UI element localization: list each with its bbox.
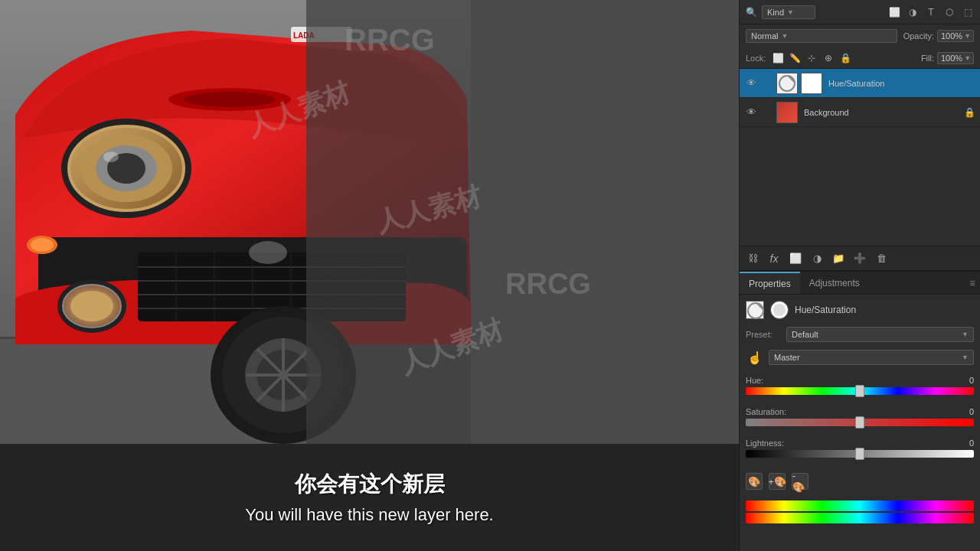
fill-label: Fill:: [921, 54, 934, 63]
subtitle-area: 你会有这个新层 You will have this new layer her…: [0, 444, 739, 551]
lock-all-icon[interactable]: 🔒: [839, 52, 851, 64]
hue-slider-thumb[interactable]: [855, 385, 864, 397]
lightness-slider-thumb[interactable]: [855, 448, 864, 460]
opacity-label: Opacity:: [903, 31, 934, 41]
layer-name-1: Background: [801, 108, 961, 117]
chain-icon-0: [761, 77, 773, 90]
lightness-slider-track[interactable]: [746, 450, 974, 461]
prop-header: Hue/Saturation: [746, 301, 974, 319]
kind-bar: 🔍 Kind ▼ ⬜ ◑ T ⬡ ⬚: [740, 0, 980, 24]
lock-move-icon[interactable]: ⊕: [822, 52, 835, 64]
chain-icon-1: [761, 106, 773, 119]
opacity-value-text: 100%: [941, 31, 962, 41]
layer-item-background[interactable]: 👁 Background 🔒: [740, 98, 980, 127]
svg-point-18: [31, 238, 54, 252]
pixel-layer-icon[interactable]: ⬜: [888, 6, 900, 18]
sat-slider-header: Saturation: 0: [746, 407, 974, 416]
adjustment-layer-icon[interactable]: ◑: [906, 6, 919, 18]
lightness-slider-row: Lightness: 0: [746, 439, 974, 461]
group-layers-icon[interactable]: 📁: [831, 252, 845, 266]
blend-mode-dropdown[interactable]: Normal ▼: [746, 29, 897, 43]
layer-effects-icon[interactable]: fx: [767, 252, 781, 266]
lightness-label: Lightness:: [746, 439, 784, 448]
color-picker-tool-icon[interactable]: 🎨: [746, 473, 763, 490]
saturation-slider-track[interactable]: [746, 419, 974, 429]
kind-chevron: ▼: [787, 8, 794, 16]
svg-point-5: [184, 92, 276, 107]
opacity-group: Opacity: 100% ▼: [903, 30, 974, 42]
lock-icons: ⬜ ✏️ ⊹ ⊕ 🔒: [772, 52, 851, 64]
hue-slider-track[interactable]: [746, 387, 974, 398]
subtitle-chinese: 你会有这个新层: [295, 470, 445, 499]
lock-artboards-icon[interactable]: ⊹: [805, 52, 818, 64]
remove-color-tool-icon[interactable]: -🎨: [792, 473, 808, 490]
preset-chevron: ▼: [962, 331, 969, 338]
svg-point-44: [773, 304, 786, 316]
adjustment-layer-toolbar-icon[interactable]: ◑: [810, 252, 824, 266]
fill-group: Fill: 100% ▼: [921, 52, 974, 64]
new-layer-icon[interactable]: ➕: [853, 252, 867, 266]
layers-panel: 🔍 Kind ▼ ⬜ ◑ T ⬡ ⬚ Normal ▼ Opacity:: [740, 0, 980, 272]
preset-dropdown[interactable]: Default ▼: [786, 327, 974, 342]
blend-chevron: ▼: [781, 32, 788, 40]
collapse-properties-icon[interactable]: ≡: [965, 272, 980, 294]
preset-label: Preset:: [746, 330, 780, 339]
layer-item-hue-saturation[interactable]: 👁 Hue/Saturation: [740, 69, 980, 98]
blend-opacity-row: Normal ▼ Opacity: 100% ▼: [740, 24, 980, 47]
opacity-input[interactable]: 100% ▼: [937, 30, 974, 42]
lock-label: Lock:: [746, 54, 766, 63]
light-slider-header: Lightness: 0: [746, 439, 974, 448]
layers-list: 👁 Hue/Saturation 👁 Background 🔒: [740, 69, 980, 246]
properties-panel: Properties Adjustments ≡ Hue/Saturation: [740, 272, 980, 551]
hue-label: Hue:: [746, 376, 763, 385]
blend-mode-value: Normal: [751, 31, 778, 41]
layer-name-0: Hue/Saturation: [825, 79, 975, 88]
delete-layer-icon[interactable]: 🗑: [874, 252, 888, 266]
layer-mask-icon[interactable]: ⬜: [789, 252, 802, 266]
background-lock-icon: 🔒: [964, 107, 975, 118]
shape-layer-icon[interactable]: ⬡: [943, 6, 956, 18]
layer-type-icons: ⬜ ◑ T ⬡ ⬚: [888, 6, 974, 18]
tab-properties[interactable]: Properties: [740, 272, 800, 294]
add-color-tool-icon[interactable]: +🎨: [769, 473, 786, 490]
lightness-value: 0: [969, 439, 974, 448]
svg-point-30: [249, 241, 287, 264]
fill-value-text: 100%: [941, 54, 962, 63]
fill-chevron: ▼: [964, 54, 971, 62]
preset-value: Default: [792, 330, 818, 339]
prop-thumb-mask: [770, 301, 789, 319]
layer-mask-thumb-0: [801, 73, 822, 94]
channel-dropdown[interactable]: Master ▼: [769, 350, 974, 365]
lock-position-icon[interactable]: ✏️: [789, 52, 801, 64]
saturation-slider-row: Saturation: 0: [746, 407, 974, 429]
watermark-4: RRCG: [505, 268, 591, 301]
visibility-icon-0[interactable]: 👁: [744, 77, 758, 90]
tab-properties-label: Properties: [749, 279, 791, 289]
opacity-chevron: ▼: [964, 32, 971, 40]
color-ramp-bottom: [746, 513, 974, 523]
saturation-label: Saturation:: [746, 407, 786, 416]
type-layer-icon[interactable]: T: [925, 6, 937, 18]
car-svg: LADA: [0, 0, 471, 444]
smartobj-layer-icon[interactable]: ⬚: [962, 6, 974, 18]
link-layers-icon[interactable]: ⛓: [746, 252, 760, 266]
finger-tool-icon[interactable]: ☝: [746, 348, 764, 367]
layers-toolbar: ⛓ fx ⬜ ◑ 📁 ➕ 🗑: [740, 246, 980, 270]
properties-tabs: Properties Adjustments ≡: [740, 272, 980, 295]
svg-rect-41: [306, 0, 471, 444]
saturation-slider-thumb[interactable]: [855, 416, 864, 429]
saturation-value: 0: [969, 407, 974, 416]
hue-value: 0: [969, 376, 974, 385]
channel-value: Master: [774, 353, 800, 362]
layer-thumb-1: [776, 102, 798, 123]
tab-adjustments[interactable]: Adjustments: [800, 272, 869, 294]
color-ramp-top: [746, 500, 974, 511]
lock-row: Lock: ⬜ ✏️ ⊹ ⊕ 🔒 Fill: 100% ▼: [740, 47, 980, 69]
fill-input[interactable]: 100% ▼: [937, 52, 974, 64]
kind-label: Kind: [767, 8, 784, 17]
layer-thumb-adjustment-0: [776, 73, 798, 94]
lock-pixels-icon[interactable]: ⬜: [772, 52, 784, 64]
properties-content: Hue/Saturation Preset: Default ▼ ☝ Maste…: [740, 295, 980, 551]
kind-dropdown[interactable]: Kind ▼: [762, 5, 815, 19]
visibility-icon-1[interactable]: 👁: [744, 106, 758, 119]
